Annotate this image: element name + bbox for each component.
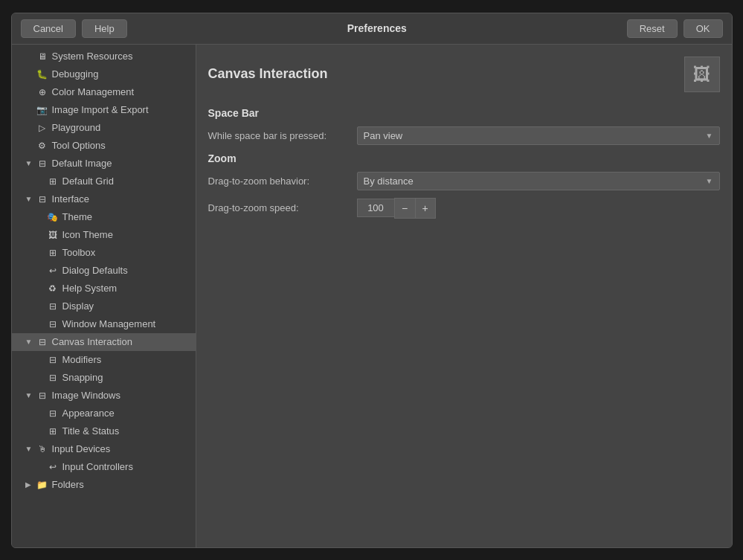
- interface-toggle-icon: ▼: [25, 195, 36, 203]
- tool-options-label: Tool Options: [52, 140, 106, 151]
- sidebar-item-toolbox[interactable]: ⊞Toolbox: [12, 244, 196, 262]
- dropdown-space-bar[interactable]: Pan view ▼: [357, 126, 720, 145]
- header-right-buttons: Reset OK: [627, 19, 723, 38]
- content-icon-symbol: 🖼: [693, 64, 711, 85]
- input-controllers-icon: ↩: [46, 460, 59, 474]
- window-title: Preferences: [133, 22, 621, 34]
- sidebar-item-icon-theme[interactable]: 🖼Icon Theme: [12, 226, 196, 244]
- debugging-icon: 🐛: [36, 68, 49, 81]
- window-management-icon: ⊟: [46, 318, 59, 331]
- image-import-export-icon: 📷: [36, 103, 49, 117]
- debugging-label: Debugging: [52, 68, 99, 80]
- sidebar-item-window-management[interactable]: ⊟Window Management: [12, 315, 196, 333]
- sidebar-item-snapping[interactable]: ⊟Snapping: [12, 369, 196, 387]
- default-image-label: Default Image: [52, 158, 112, 169]
- appearance-label: Appearance: [62, 408, 115, 419]
- image-import-export-label: Image Import & Export: [52, 104, 149, 115]
- sidebar-item-input-controllers[interactable]: ↩Input Controllers: [12, 458, 196, 476]
- canvas-interaction-icon: ⊟: [36, 335, 49, 349]
- preferences-window: Cancel Help Preferences Reset OK 🖥System…: [11, 13, 733, 548]
- snapping-icon: ⊟: [46, 371, 59, 384]
- sidebar-item-modifiers[interactable]: ⊟Modifiers: [12, 351, 196, 369]
- label-zoom-speed: Drag-to-zoom speed:: [208, 202, 357, 213]
- default-grid-label: Default Grid: [62, 176, 114, 187]
- sidebar-item-color-management[interactable]: ⊕Color Management: [12, 83, 196, 101]
- label-space-bar: While space bar is pressed:: [208, 130, 357, 141]
- icon-theme-icon: 🖼: [46, 228, 59, 242]
- zoom-speed-decrement-button[interactable]: −: [394, 198, 415, 219]
- title-status-icon: ⊞: [46, 425, 59, 438]
- input-devices-icon: 🖰: [36, 442, 49, 456]
- folders-label: Folders: [52, 479, 84, 490]
- ok-button[interactable]: OK: [684, 19, 723, 38]
- color-management-label: Color Management: [52, 86, 135, 97]
- appearance-icon: ⊟: [46, 407, 59, 420]
- sidebar-item-system-resources[interactable]: 🖥System Resources: [12, 48, 196, 65]
- display-icon: ⊟: [46, 300, 59, 313]
- sidebar-item-canvas-interaction[interactable]: ▼⊟Canvas Interaction: [12, 333, 196, 351]
- modifiers-icon: ⊟: [46, 353, 59, 367]
- chevron-down-icon-2: ▼: [706, 177, 713, 185]
- sidebar-item-help-system[interactable]: ♻Help System: [12, 280, 196, 297]
- section-zoom: Zoom: [208, 152, 720, 164]
- toolbox-icon: ⊞: [46, 246, 59, 260]
- system-resources-icon: 🖥: [36, 50, 49, 63]
- sidebar-item-image-windows[interactable]: ▼⊟Image Windows: [12, 387, 196, 405]
- reset-button[interactable]: Reset: [627, 19, 678, 38]
- tool-options-icon: ⚙: [36, 139, 49, 152]
- content-icon: 🖼: [684, 57, 720, 92]
- content-title: Canvas Interaction: [208, 66, 328, 82]
- help-system-label: Help System: [62, 283, 118, 294]
- sidebar-item-folders[interactable]: ▶📁Folders: [12, 476, 196, 494]
- default-grid-icon: ⊞: [46, 175, 59, 188]
- sidebar-item-image-import-export[interactable]: 📷Image Import & Export: [12, 101, 196, 119]
- sidebar-item-title-status[interactable]: ⊞Title & Status: [12, 422, 196, 440]
- sidebar-item-default-grid[interactable]: ⊞Default Grid: [12, 173, 196, 190]
- window-management-label: Window Management: [62, 318, 156, 329]
- sidebar-item-theme[interactable]: 🎭Theme: [12, 208, 196, 226]
- section-space-bar: Space Bar: [208, 107, 720, 119]
- canvas-interaction-toggle-icon: ▼: [25, 338, 36, 346]
- theme-icon: 🎭: [46, 210, 59, 224]
- input-devices-label: Input Devices: [52, 443, 111, 454]
- cancel-button[interactable]: Cancel: [21, 19, 76, 38]
- default-image-toggle-icon: ▼: [25, 159, 36, 167]
- label-zoom-behavior: Drag-to-zoom behavior:: [208, 176, 357, 187]
- playground-label: Playground: [52, 122, 101, 133]
- sidebar-item-dialog-defaults[interactable]: ↩Dialog Defaults: [12, 262, 196, 280]
- theme-label: Theme: [62, 211, 92, 222]
- sidebar-item-input-devices[interactable]: ▼🖰Input Devices: [12, 440, 196, 458]
- system-resources-label: System Resources: [52, 51, 133, 62]
- input-devices-toggle-icon: ▼: [25, 445, 36, 453]
- sidebar-item-tool-options[interactable]: ⚙Tool Options: [12, 137, 196, 155]
- body: 🖥System Resources🐛Debugging⊕Color Manage…: [12, 45, 732, 547]
- title-status-label: Title & Status: [62, 425, 120, 437]
- sidebar-item-interface[interactable]: ▼⊟Interface: [12, 190, 196, 208]
- sidebar-item-appearance[interactable]: ⊟Appearance: [12, 405, 196, 422]
- dropdown-space-bar-value: Pan view: [364, 130, 403, 141]
- sidebar-item-default-image[interactable]: ▼⊟Default Image: [12, 155, 196, 173]
- interface-label: Interface: [52, 193, 90, 205]
- sidebar-item-debugging[interactable]: 🐛Debugging: [12, 65, 196, 83]
- dialog-defaults-label: Dialog Defaults: [62, 265, 128, 276]
- dialog-defaults-icon: ↩: [46, 264, 59, 277]
- control-zoom-speed: 100 − +: [357, 198, 720, 219]
- input-controllers-label: Input Controllers: [62, 461, 133, 472]
- folders-icon: 📁: [36, 478, 49, 492]
- default-image-icon: ⊟: [36, 157, 49, 170]
- zoom-speed-increment-button[interactable]: +: [415, 198, 436, 219]
- help-button[interactable]: Help: [82, 19, 127, 38]
- form-row-space-bar: While space bar is pressed: Pan view ▼: [208, 126, 720, 145]
- help-system-icon: ♻: [46, 282, 59, 295]
- image-windows-label: Image Windows: [52, 390, 120, 401]
- form-row-zoom-behavior: Drag-to-zoom behavior: By distance ▼: [208, 172, 720, 190]
- dropdown-zoom-behavior[interactable]: By distance ▼: [357, 172, 720, 190]
- sidebar: 🖥System Resources🐛Debugging⊕Color Manage…: [12, 45, 196, 547]
- sidebar-item-display[interactable]: ⊟Display: [12, 297, 196, 315]
- sidebar-item-playground[interactable]: ▷Playground: [12, 119, 196, 137]
- spinbox-zoom-speed-value: 100: [357, 199, 394, 217]
- control-space-bar: Pan view ▼: [357, 126, 720, 145]
- image-windows-toggle-icon: ▼: [25, 391, 36, 399]
- control-zoom-behavior: By distance ▼: [357, 172, 720, 190]
- snapping-label: Snapping: [62, 372, 103, 383]
